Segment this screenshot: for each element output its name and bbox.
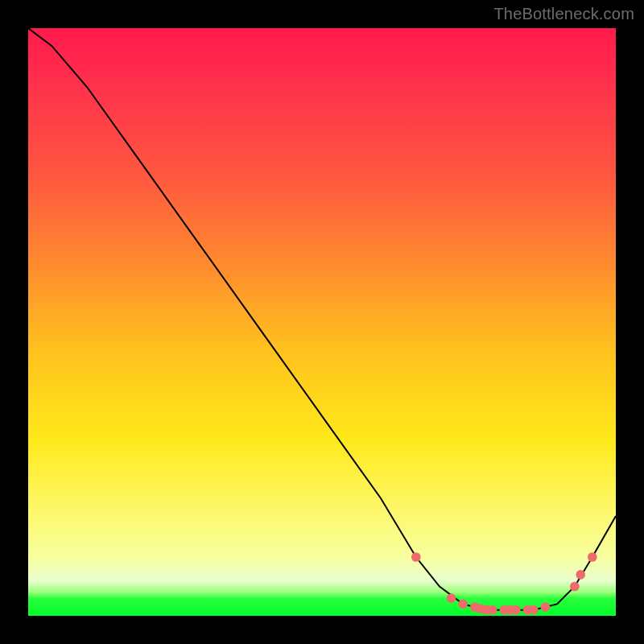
curve-marker [488,605,497,615]
curve-marker [529,605,539,615]
watermark-text: TheBottleneck.com [493,5,634,23]
curve-marker [570,582,580,592]
curve-marker [576,570,585,580]
curve-marker [541,602,551,612]
curve-marker [447,593,456,603]
curve-marker [588,552,597,562]
curve-marker [411,552,421,562]
chart-frame: TheBottleneck.com [0,0,644,644]
curve-svg [28,28,616,616]
plot-area [28,28,616,616]
curve-marker [458,600,468,609]
bottleneck-curve [28,28,616,610]
curve-marker [511,605,521,615]
marker-group [411,552,597,614]
